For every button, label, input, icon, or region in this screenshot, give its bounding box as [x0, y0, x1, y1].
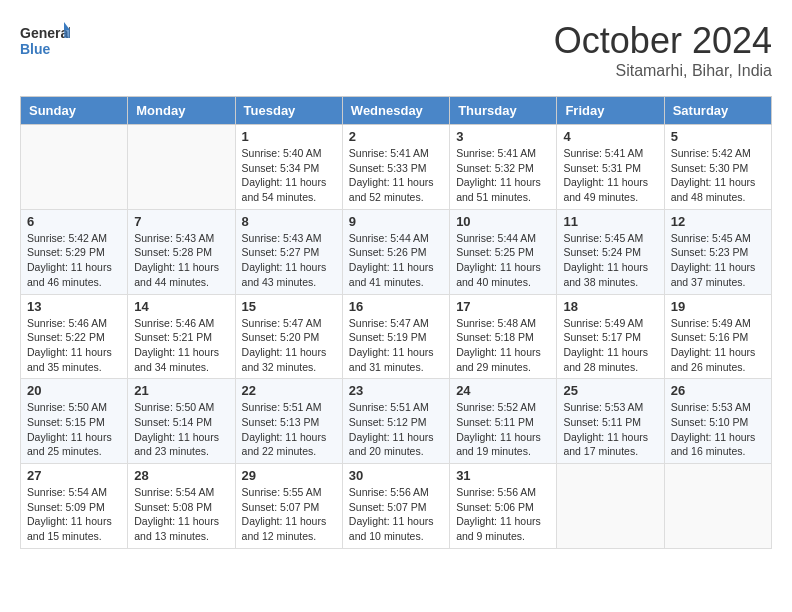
cell-content: Sunrise: 5:56 AM Sunset: 5:06 PM Dayligh… — [456, 485, 550, 544]
day-header-saturday: Saturday — [664, 97, 771, 125]
calendar-cell: 30Sunrise: 5:56 AM Sunset: 5:07 PM Dayli… — [342, 464, 449, 549]
calendar-cell: 27Sunrise: 5:54 AM Sunset: 5:09 PM Dayli… — [21, 464, 128, 549]
day-number: 19 — [671, 299, 765, 314]
day-number: 2 — [349, 129, 443, 144]
calendar-cell — [21, 125, 128, 210]
cell-content: Sunrise: 5:40 AM Sunset: 5:34 PM Dayligh… — [242, 146, 336, 205]
day-number: 7 — [134, 214, 228, 229]
day-header-monday: Monday — [128, 97, 235, 125]
calendar-cell: 22Sunrise: 5:51 AM Sunset: 5:13 PM Dayli… — [235, 379, 342, 464]
cell-content: Sunrise: 5:55 AM Sunset: 5:07 PM Dayligh… — [242, 485, 336, 544]
calendar-cell: 21Sunrise: 5:50 AM Sunset: 5:14 PM Dayli… — [128, 379, 235, 464]
calendar-cell: 7Sunrise: 5:43 AM Sunset: 5:28 PM Daylig… — [128, 209, 235, 294]
page-header: General Blue October 2024 Sitamarhi, Bih… — [20, 20, 772, 80]
day-number: 8 — [242, 214, 336, 229]
cell-content: Sunrise: 5:48 AM Sunset: 5:18 PM Dayligh… — [456, 316, 550, 375]
cell-content: Sunrise: 5:41 AM Sunset: 5:32 PM Dayligh… — [456, 146, 550, 205]
calendar-header-row: SundayMondayTuesdayWednesdayThursdayFrid… — [21, 97, 772, 125]
calendar-cell: 15Sunrise: 5:47 AM Sunset: 5:20 PM Dayli… — [235, 294, 342, 379]
cell-content: Sunrise: 5:46 AM Sunset: 5:22 PM Dayligh… — [27, 316, 121, 375]
calendar-week-4: 20Sunrise: 5:50 AM Sunset: 5:15 PM Dayli… — [21, 379, 772, 464]
day-number: 14 — [134, 299, 228, 314]
day-number: 3 — [456, 129, 550, 144]
calendar-cell: 2Sunrise: 5:41 AM Sunset: 5:33 PM Daylig… — [342, 125, 449, 210]
cell-content: Sunrise: 5:44 AM Sunset: 5:26 PM Dayligh… — [349, 231, 443, 290]
calendar-cell: 28Sunrise: 5:54 AM Sunset: 5:08 PM Dayli… — [128, 464, 235, 549]
cell-content: Sunrise: 5:52 AM Sunset: 5:11 PM Dayligh… — [456, 400, 550, 459]
day-header-wednesday: Wednesday — [342, 97, 449, 125]
day-number: 26 — [671, 383, 765, 398]
cell-content: Sunrise: 5:47 AM Sunset: 5:20 PM Dayligh… — [242, 316, 336, 375]
calendar-cell: 18Sunrise: 5:49 AM Sunset: 5:17 PM Dayli… — [557, 294, 664, 379]
calendar-cell: 12Sunrise: 5:45 AM Sunset: 5:23 PM Dayli… — [664, 209, 771, 294]
day-number: 1 — [242, 129, 336, 144]
calendar-cell: 23Sunrise: 5:51 AM Sunset: 5:12 PM Dayli… — [342, 379, 449, 464]
day-number: 21 — [134, 383, 228, 398]
cell-content: Sunrise: 5:43 AM Sunset: 5:28 PM Dayligh… — [134, 231, 228, 290]
calendar-cell: 9Sunrise: 5:44 AM Sunset: 5:26 PM Daylig… — [342, 209, 449, 294]
calendar-cell: 13Sunrise: 5:46 AM Sunset: 5:22 PM Dayli… — [21, 294, 128, 379]
day-number: 22 — [242, 383, 336, 398]
logo: General Blue — [20, 20, 70, 60]
cell-content: Sunrise: 5:43 AM Sunset: 5:27 PM Dayligh… — [242, 231, 336, 290]
calendar-cell: 10Sunrise: 5:44 AM Sunset: 5:25 PM Dayli… — [450, 209, 557, 294]
cell-content: Sunrise: 5:42 AM Sunset: 5:30 PM Dayligh… — [671, 146, 765, 205]
calendar-cell — [128, 125, 235, 210]
day-number: 29 — [242, 468, 336, 483]
cell-content: Sunrise: 5:53 AM Sunset: 5:10 PM Dayligh… — [671, 400, 765, 459]
calendar-cell: 26Sunrise: 5:53 AM Sunset: 5:10 PM Dayli… — [664, 379, 771, 464]
calendar-cell — [664, 464, 771, 549]
cell-content: Sunrise: 5:47 AM Sunset: 5:19 PM Dayligh… — [349, 316, 443, 375]
day-header-thursday: Thursday — [450, 97, 557, 125]
cell-content: Sunrise: 5:41 AM Sunset: 5:33 PM Dayligh… — [349, 146, 443, 205]
calendar-cell: 17Sunrise: 5:48 AM Sunset: 5:18 PM Dayli… — [450, 294, 557, 379]
day-number: 27 — [27, 468, 121, 483]
cell-content: Sunrise: 5:50 AM Sunset: 5:15 PM Dayligh… — [27, 400, 121, 459]
logo-icon: General Blue — [20, 20, 70, 60]
calendar-cell: 1Sunrise: 5:40 AM Sunset: 5:34 PM Daylig… — [235, 125, 342, 210]
day-number: 5 — [671, 129, 765, 144]
svg-text:Blue: Blue — [20, 41, 51, 57]
day-number: 6 — [27, 214, 121, 229]
calendar-cell: 6Sunrise: 5:42 AM Sunset: 5:29 PM Daylig… — [21, 209, 128, 294]
cell-content: Sunrise: 5:54 AM Sunset: 5:09 PM Dayligh… — [27, 485, 121, 544]
location: Sitamarhi, Bihar, India — [554, 62, 772, 80]
day-number: 12 — [671, 214, 765, 229]
cell-content: Sunrise: 5:51 AM Sunset: 5:12 PM Dayligh… — [349, 400, 443, 459]
day-number: 30 — [349, 468, 443, 483]
day-number: 28 — [134, 468, 228, 483]
day-header-friday: Friday — [557, 97, 664, 125]
cell-content: Sunrise: 5:53 AM Sunset: 5:11 PM Dayligh… — [563, 400, 657, 459]
calendar-cell: 3Sunrise: 5:41 AM Sunset: 5:32 PM Daylig… — [450, 125, 557, 210]
calendar-week-5: 27Sunrise: 5:54 AM Sunset: 5:09 PM Dayli… — [21, 464, 772, 549]
day-number: 24 — [456, 383, 550, 398]
calendar-cell: 16Sunrise: 5:47 AM Sunset: 5:19 PM Dayli… — [342, 294, 449, 379]
calendar-cell: 14Sunrise: 5:46 AM Sunset: 5:21 PM Dayli… — [128, 294, 235, 379]
calendar-cell: 24Sunrise: 5:52 AM Sunset: 5:11 PM Dayli… — [450, 379, 557, 464]
title-block: October 2024 Sitamarhi, Bihar, India — [554, 20, 772, 80]
cell-content: Sunrise: 5:44 AM Sunset: 5:25 PM Dayligh… — [456, 231, 550, 290]
month-title: October 2024 — [554, 20, 772, 62]
day-number: 11 — [563, 214, 657, 229]
cell-content: Sunrise: 5:45 AM Sunset: 5:24 PM Dayligh… — [563, 231, 657, 290]
day-number: 15 — [242, 299, 336, 314]
day-number: 23 — [349, 383, 443, 398]
cell-content: Sunrise: 5:46 AM Sunset: 5:21 PM Dayligh… — [134, 316, 228, 375]
calendar-week-3: 13Sunrise: 5:46 AM Sunset: 5:22 PM Dayli… — [21, 294, 772, 379]
cell-content: Sunrise: 5:50 AM Sunset: 5:14 PM Dayligh… — [134, 400, 228, 459]
calendar-cell: 8Sunrise: 5:43 AM Sunset: 5:27 PM Daylig… — [235, 209, 342, 294]
day-number: 4 — [563, 129, 657, 144]
day-number: 13 — [27, 299, 121, 314]
cell-content: Sunrise: 5:51 AM Sunset: 5:13 PM Dayligh… — [242, 400, 336, 459]
calendar-week-2: 6Sunrise: 5:42 AM Sunset: 5:29 PM Daylig… — [21, 209, 772, 294]
day-number: 25 — [563, 383, 657, 398]
day-number: 16 — [349, 299, 443, 314]
day-number: 9 — [349, 214, 443, 229]
cell-content: Sunrise: 5:54 AM Sunset: 5:08 PM Dayligh… — [134, 485, 228, 544]
day-number: 31 — [456, 468, 550, 483]
day-number: 18 — [563, 299, 657, 314]
cell-content: Sunrise: 5:56 AM Sunset: 5:07 PM Dayligh… — [349, 485, 443, 544]
calendar-cell: 20Sunrise: 5:50 AM Sunset: 5:15 PM Dayli… — [21, 379, 128, 464]
calendar-cell: 19Sunrise: 5:49 AM Sunset: 5:16 PM Dayli… — [664, 294, 771, 379]
day-header-sunday: Sunday — [21, 97, 128, 125]
